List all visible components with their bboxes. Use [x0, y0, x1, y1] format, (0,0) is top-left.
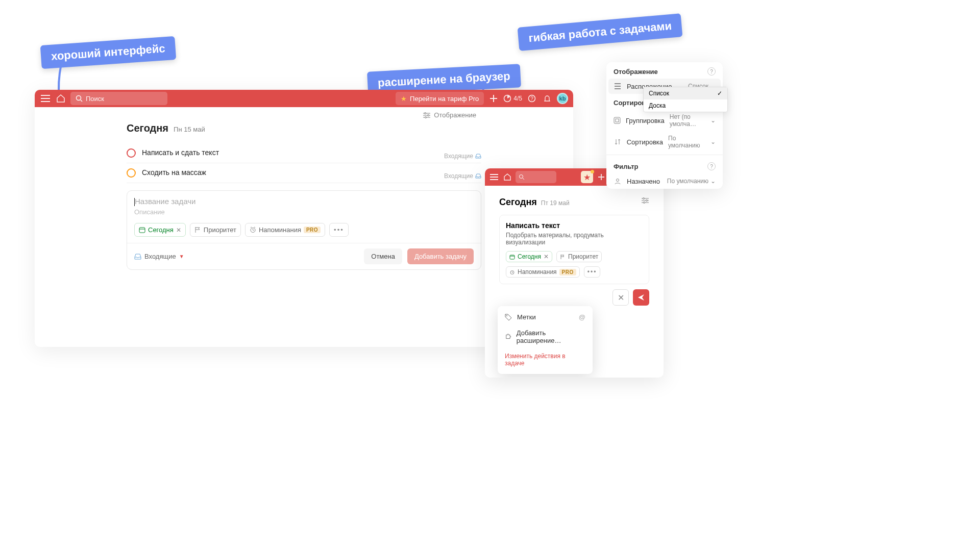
task-desc-input[interactable]: Описание [134, 208, 474, 216]
help-icon[interactable]: ? [526, 93, 537, 104]
chevron-down-icon: ⌄ [710, 117, 716, 124]
add-icon[interactable] [488, 93, 499, 104]
alarm-icon [509, 269, 515, 275]
sorting-row[interactable]: Сортировка По умолчанию ⌄ [606, 131, 723, 153]
add-extension-item[interactable]: Добавить расширение… [498, 325, 593, 348]
task-row[interactable]: Сходить на массаж Входящие [127, 163, 481, 183]
star-icon: ★ [401, 95, 407, 103]
home-icon[interactable] [502, 172, 512, 182]
task-editor: Написать текст Подобрать материалы, прод… [499, 215, 649, 284]
svg-rect-16 [510, 255, 514, 259]
checkbox-icon[interactable] [127, 148, 136, 158]
task-name-input[interactable]: Название задачи [134, 197, 474, 206]
svg-point-14 [646, 200, 648, 202]
task-project[interactable]: Входящие [444, 153, 481, 160]
project-picker[interactable]: Входящие ▼ [134, 253, 184, 260]
group-icon [614, 116, 621, 124]
search-input[interactable] [516, 171, 556, 183]
extension-window: ★ ? ml Сегодня Пт 19 май Написать текст … [485, 168, 664, 378]
page-heading: Сегодня Пн 15 май [127, 122, 481, 134]
chevron-down-icon: ⌄ [710, 178, 716, 185]
flag-icon [560, 254, 566, 260]
tag-icon [505, 314, 512, 321]
view-button[interactable] [641, 197, 649, 204]
inbox-icon [475, 153, 481, 159]
callout-interface: хороший интерфейс [40, 36, 176, 69]
page-date: Пт 19 май [541, 199, 570, 207]
reminders-pill[interactable]: Напоминания PRO [506, 266, 580, 278]
more-pill[interactable]: ••• [584, 266, 601, 278]
svg-rect-19 [614, 117, 620, 123]
send-button[interactable] [633, 289, 649, 306]
assigned-label: Назначено [627, 178, 660, 185]
menu-icon[interactable] [40, 93, 51, 104]
edit-actions-link[interactable]: Изменить действия в задаче [498, 348, 593, 371]
labels-item[interactable]: Метки @ [498, 309, 593, 325]
check-icon: ✓ [717, 90, 722, 97]
checkbox-icon[interactable] [127, 168, 136, 178]
task-title: Написать и сдать текст [142, 148, 219, 157]
section-title: Фильтр [614, 163, 639, 170]
cancel-button[interactable]: ✕ [612, 289, 629, 306]
svg-point-6 [425, 116, 427, 118]
svg-point-15 [644, 202, 645, 204]
calendar-icon [509, 254, 515, 260]
star-button[interactable]: ★ [581, 171, 593, 183]
home-icon[interactable] [55, 93, 66, 104]
inbox-icon [475, 173, 481, 179]
task-row[interactable]: Написать и сдать текст Входящие [127, 143, 481, 163]
menu-icon[interactable] [489, 172, 499, 182]
add-icon[interactable] [596, 172, 606, 182]
due-date-pill[interactable]: Сегодня ✕ [134, 223, 186, 237]
more-pill[interactable]: ••• [329, 223, 349, 237]
layout-option-list[interactable]: Список✓ [644, 87, 727, 99]
help-icon[interactable]: ? [707, 162, 716, 170]
clear-date-icon[interactable]: ✕ [176, 227, 181, 234]
cancel-button[interactable]: Отмена [364, 248, 402, 264]
alarm-icon [250, 227, 256, 233]
clear-date-icon[interactable]: ✕ [544, 253, 549, 260]
layout-option-board[interactable]: Доска [644, 99, 727, 112]
more-dropdown: Метки @ Добавить расширение… Изменить де… [498, 306, 593, 374]
task-name-input[interactable]: Написать текст [506, 221, 643, 230]
search-input[interactable]: Поиск [70, 92, 167, 105]
callout-flexible: гибкая работа с задачами [518, 13, 683, 51]
svg-point-18 [506, 315, 507, 316]
svg-point-0 [77, 96, 81, 101]
avatar[interactable]: kb [557, 93, 568, 104]
grouping-row[interactable]: Группировка Нет (по умолча… ⌄ [606, 110, 723, 131]
search-placeholder: Поиск [86, 95, 104, 103]
svg-point-9 [520, 175, 523, 179]
task-project[interactable]: Входящие [444, 172, 481, 180]
sliders-icon [641, 197, 649, 204]
productivity-icon[interactable]: 4/5 [503, 93, 522, 104]
person-icon [614, 177, 622, 185]
upgrade-button[interactable]: ★ Перейти на тариф Pro [396, 92, 484, 105]
priority-pill[interactable]: Приоритет [556, 251, 602, 262]
sorting-label: Сортировка [627, 138, 663, 146]
svg-point-13 [643, 198, 645, 199]
search-icon [519, 174, 525, 180]
priority-pill[interactable]: Приоритет [190, 223, 241, 237]
sliders-icon [423, 112, 431, 119]
page-date: Пн 15 май [174, 126, 205, 133]
layout-dropdown: Список✓ Доска [643, 87, 728, 112]
view-button[interactable]: Отображение [423, 111, 476, 119]
at-symbol: @ [579, 313, 585, 321]
due-date-pill[interactable]: Сегодня ✕ [506, 251, 552, 262]
pro-badge: PRO [559, 269, 576, 276]
svg-text:?: ? [530, 96, 533, 102]
task-desc-input[interactable]: Подобрать материалы, продумать визуализа… [506, 232, 643, 246]
view-label: Отображение [434, 111, 476, 119]
add-task-button[interactable]: Добавить задачу [407, 248, 474, 264]
help-icon[interactable]: ? [707, 67, 716, 76]
flag-icon [194, 227, 201, 233]
list-icon [614, 82, 622, 90]
bell-icon[interactable] [542, 93, 553, 104]
grouping-label: Группировка [626, 117, 665, 124]
assigned-row[interactable]: Назначено По умолчанию ⌄ [606, 173, 723, 189]
chevron-down-icon: ⌄ [710, 138, 716, 145]
reminders-pill[interactable]: Напоминания PRO [245, 223, 325, 237]
inbox-icon [134, 253, 141, 260]
task-editor: Название задачи Описание Сегодня ✕ Приор… [127, 190, 481, 270]
